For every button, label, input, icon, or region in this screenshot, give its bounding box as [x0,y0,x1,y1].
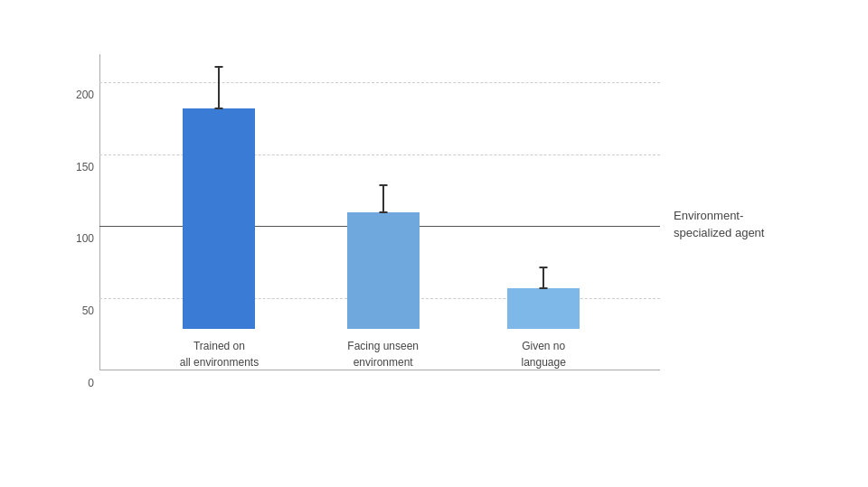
bar-bar1 [183,108,255,328]
error-bar-bar2 [382,184,384,213]
bar-wrapper-bar1: Trained onall environments [180,66,259,370]
chart-area: 050100150200 Trained onall environmentsF… [99,54,660,370]
bar-bar2 [347,212,420,329]
bar-label-bar1: Trained onall environments [180,338,259,370]
bars-group: Trained onall environmentsFacing unseene… [99,54,660,370]
bar-bar3 [507,288,580,329]
ref-label-line2: specialized agent [674,226,764,239]
y-tick-0: 0 [88,377,94,389]
y-tick-50: 50 [82,304,94,317]
ref-label-line1: Environment- [674,209,743,222]
y-tick-200: 200 [76,89,94,101]
y-tick-100: 100 [76,232,94,245]
error-bar-bar3 [542,267,544,289]
chart-container: 050100150200 Trained onall environmentsF… [45,36,823,452]
bar-wrapper-bar3: Given nolanguage [507,267,580,370]
reference-label: Environment-specialized agent [674,208,823,240]
error-bar-bar1 [218,66,220,109]
bar-label-bar3: Given nolanguage [522,338,566,370]
bar-wrapper-bar2: Facing unseenenvironment [347,184,420,370]
y-tick-150: 150 [76,161,94,173]
bar-label-bar2: Facing unseenenvironment [347,338,419,370]
